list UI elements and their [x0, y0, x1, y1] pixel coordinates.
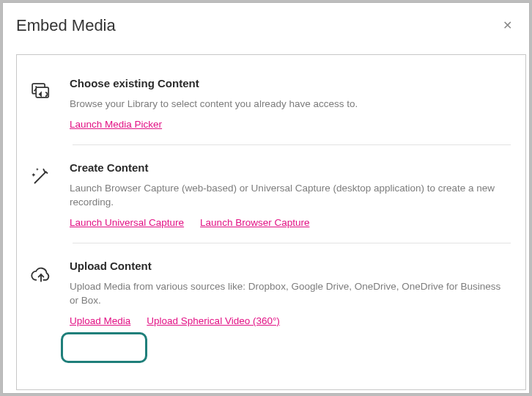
section-description: Browse your Library to select content yo…	[70, 97, 511, 111]
dialog-title: Embed Media	[16, 16, 116, 35]
section-create-content: Create Content Launch Browser Capture (w…	[17, 148, 525, 240]
content-panel: Choose existing Content Browse your Libr…	[16, 54, 526, 390]
upload-spherical-video-link[interactable]: Upload Spherical Video (360°)	[147, 315, 280, 326]
launch-universal-capture-link[interactable]: Launch Universal Capture	[70, 217, 184, 228]
section-upload-content: Upload Content Upload Media from various…	[17, 246, 525, 338]
section-title: Create Content	[70, 161, 511, 174]
close-icon: ✕	[503, 19, 512, 32]
section-existing-content: Choose existing Content Browse your Libr…	[17, 64, 525, 142]
embed-media-dialog: Embed Media ✕	[3, 3, 529, 393]
media-library-icon	[29, 80, 53, 108]
magic-wand-icon	[29, 164, 53, 192]
divider	[73, 243, 511, 243]
section-description: Upload Media from various sources like: …	[70, 279, 511, 308]
highlight-annotation	[61, 332, 147, 363]
section-title: Choose existing Content	[70, 77, 511, 89]
launch-browser-capture-link[interactable]: Launch Browser Capture	[200, 217, 309, 228]
upload-media-link[interactable]: Upload Media	[70, 315, 130, 326]
cloud-upload-icon	[29, 263, 53, 290]
section-description: Launch Browser Capture (web-based) or Un…	[70, 181, 511, 210]
divider	[73, 144, 511, 145]
dialog-header: Embed Media ✕	[3, 3, 529, 38]
close-button[interactable]: ✕	[498, 17, 516, 34]
section-title: Upload Content	[70, 260, 511, 272]
launch-media-picker-link[interactable]: Launch Media Picker	[70, 119, 162, 130]
